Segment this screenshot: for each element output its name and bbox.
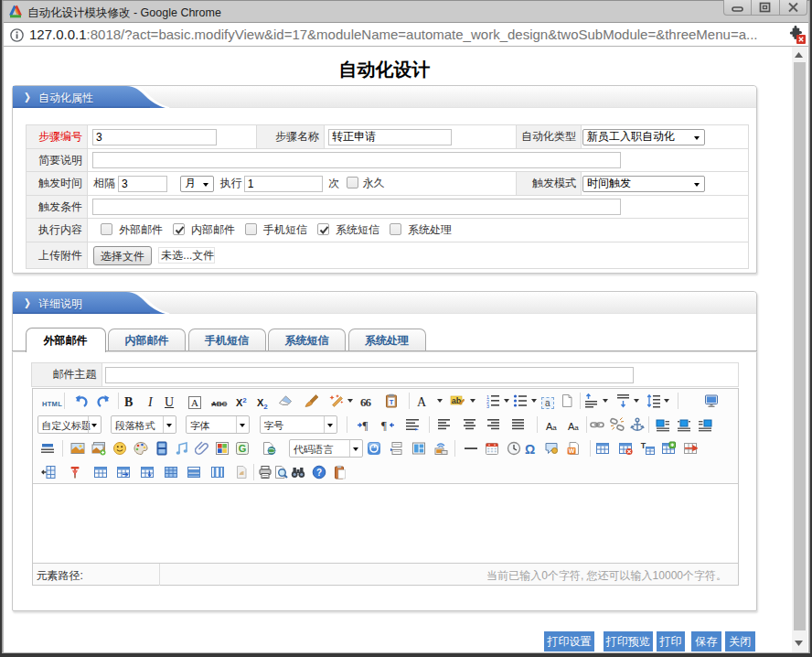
svg-text:T: T	[641, 441, 646, 450]
svg-text:T: T	[390, 398, 394, 406]
svg-text:¶: ¶	[381, 418, 387, 432]
svg-text:W: W	[569, 447, 575, 454]
svg-text:?: ?	[316, 468, 322, 478]
svg-text:3: 3	[486, 404, 489, 409]
svg-text:G: G	[239, 443, 247, 454]
svg-text:¶: ¶	[363, 418, 369, 432]
